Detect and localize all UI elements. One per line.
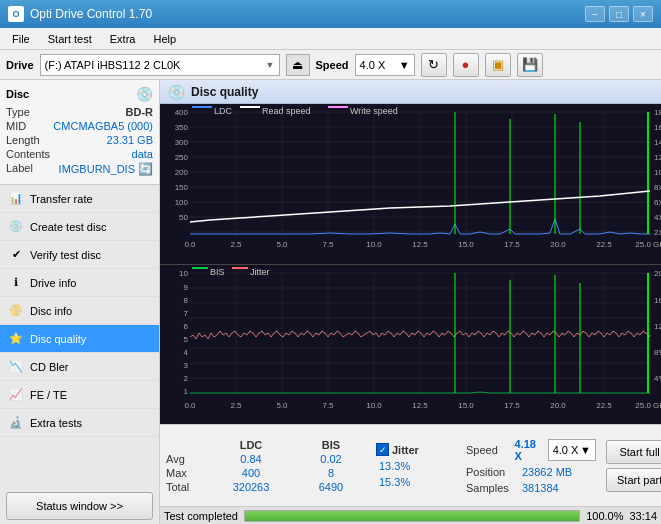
disc-header: Disc 💿 [6, 86, 153, 102]
nav-extra-tests[interactable]: 🔬 Extra tests [0, 409, 159, 437]
close-button[interactable]: × [633, 6, 653, 22]
samples-value: 381384 [522, 482, 559, 494]
svg-text:14X: 14X [654, 138, 661, 147]
eject-button[interactable]: ⏏ [286, 54, 310, 76]
svg-rect-95 [232, 267, 248, 269]
start-part-button[interactable]: Start part [606, 468, 661, 492]
speed-stat-select[interactable]: 4.0 X ▼ [548, 439, 596, 461]
nav-disc-quality[interactable]: ⭐ Disc quality [0, 325, 159, 353]
bis-chart-svg: 10 9 8 7 6 5 4 3 2 1 20% 16% 12% 8% 4% [160, 265, 661, 425]
avg-label: Avg [166, 453, 196, 465]
svg-text:2: 2 [184, 374, 189, 383]
svg-text:BIS: BIS [210, 267, 225, 277]
svg-text:200: 200 [175, 168, 189, 177]
max-bis: 8 [306, 467, 356, 479]
svg-text:18X: 18X [654, 108, 661, 117]
speed-select[interactable]: 4.0 X ▼ [355, 54, 415, 76]
svg-text:12.5: 12.5 [412, 401, 428, 410]
disc-length-value: 23.31 GB [107, 134, 153, 146]
svg-text:22.5: 22.5 [596, 240, 612, 249]
stats-header-row: LDC BIS [166, 439, 366, 451]
disc-type-row: Type BD-R [6, 106, 153, 118]
refresh-button[interactable]: ↻ [421, 53, 447, 77]
svg-text:12%: 12% [654, 322, 661, 331]
svg-text:7.5: 7.5 [322, 401, 334, 410]
nav-cd-bler[interactable]: 📉 CD Bler [0, 353, 159, 381]
stats-total-row: Total 320263 6490 [166, 481, 366, 493]
svg-text:8%: 8% [654, 348, 661, 357]
disc-icon-button2[interactable]: ▣ [485, 53, 511, 77]
drive-label: Drive [6, 59, 34, 71]
svg-text:12.5: 12.5 [412, 240, 428, 249]
svg-text:9: 9 [184, 283, 189, 292]
jitter-label: Jitter [392, 444, 419, 456]
disc-quality-icon: 💿 [168, 84, 185, 100]
drive-select[interactable]: (F:) ATAPI iHBS112 2 CL0K ▼ [40, 54, 280, 76]
svg-text:10: 10 [179, 269, 188, 278]
svg-text:4X: 4X [654, 213, 661, 222]
sidebar-nav: 📊 Transfer rate 💿 Create test disc ✔ Ver… [0, 185, 159, 488]
nav-transfer-rate[interactable]: 📊 Transfer rate [0, 185, 159, 213]
ldc-chart-svg: 400 350 300 250 200 150 100 50 18X 16X 1… [160, 104, 661, 264]
stats-max-row: Max 400 8 [166, 467, 366, 479]
app-icon: O [8, 6, 24, 22]
speed-stat-value: 4.18 X [515, 438, 542, 462]
nav-drive-info-icon: ℹ [8, 275, 24, 291]
content-header: 💿 Disc quality [160, 80, 661, 104]
svg-text:LDC: LDC [214, 106, 233, 116]
disc-mid-label: MID [6, 120, 26, 132]
title-bar: O Opti Drive Control 1.70 − □ × [0, 0, 661, 28]
ldc-header: LDC [226, 439, 276, 451]
maximize-button[interactable]: □ [609, 6, 629, 22]
stats-table: LDC BIS Avg 0.84 0.02 Max 400 8 Total 32… [166, 439, 366, 493]
drive-dropdown-arrow: ▼ [266, 60, 275, 70]
progress-time: 33:14 [629, 510, 657, 522]
start-full-button[interactable]: Start full [606, 440, 661, 464]
progress-track [244, 510, 580, 522]
position-row: Position 23862 MB [466, 466, 596, 478]
menu-extra[interactable]: Extra [102, 31, 144, 47]
svg-text:8: 8 [184, 296, 189, 305]
jitter-section: ✓ Jitter 13.3% 15.3% [376, 443, 456, 488]
nav-disc-quality-label: Disc quality [30, 333, 86, 345]
nav-verify-test-disc-icon: ✔ [8, 247, 24, 263]
speed-row: Speed 4.18 X 4.0 X ▼ [466, 438, 596, 462]
svg-text:22.5: 22.5 [596, 401, 612, 410]
save-button[interactable]: 💾 [517, 53, 543, 77]
svg-rect-31 [328, 106, 348, 108]
content-area: 💿 Disc quality [160, 80, 661, 524]
menu-start-test[interactable]: Start test [40, 31, 100, 47]
disc-label-row: Label IMGBURN_DIS 🔄 [6, 162, 153, 176]
svg-text:8X: 8X [654, 183, 661, 192]
menu-help[interactable]: Help [145, 31, 184, 47]
svg-text:15.0: 15.0 [458, 401, 474, 410]
svg-text:Read speed: Read speed [262, 106, 311, 116]
svg-text:5.0: 5.0 [276, 240, 288, 249]
app-title: Opti Drive Control 1.70 [30, 7, 152, 21]
total-label: Total [166, 481, 196, 493]
status-window-button[interactable]: Status window >> [6, 492, 153, 520]
svg-text:6: 6 [184, 322, 189, 331]
jitter-checkbox[interactable]: ✓ [376, 443, 389, 456]
main-layout: Disc 💿 Type BD-R MID CMCMAGBA5 (000) Len… [0, 80, 661, 524]
svg-text:17.5: 17.5 [504, 240, 520, 249]
svg-text:3: 3 [184, 361, 189, 370]
drive-bar: Drive (F:) ATAPI iHBS112 2 CL0K ▼ ⏏ Spee… [0, 50, 661, 80]
nav-create-test-disc[interactable]: 💿 Create test disc [0, 213, 159, 241]
position-label: Position [466, 466, 516, 478]
content-title: Disc quality [191, 85, 258, 99]
nav-disc-info-icon: 📀 [8, 303, 24, 319]
minimize-button[interactable]: − [585, 6, 605, 22]
svg-text:4%: 4% [654, 374, 661, 383]
nav-drive-info[interactable]: ℹ Drive info [0, 269, 159, 297]
nav-verify-test-disc[interactable]: ✔ Verify test disc [0, 241, 159, 269]
nav-fe-te-label: FE / TE [30, 389, 67, 401]
menu-file[interactable]: File [4, 31, 38, 47]
nav-disc-info[interactable]: 📀 Disc info [0, 297, 159, 325]
svg-text:17.5: 17.5 [504, 401, 520, 410]
nav-fe-te[interactable]: 📈 FE / TE [0, 381, 159, 409]
svg-rect-29 [240, 106, 260, 108]
disc-icon-button[interactable]: ● [453, 53, 479, 77]
avg-bis: 0.02 [306, 453, 356, 465]
nav-drive-info-label: Drive info [30, 277, 76, 289]
